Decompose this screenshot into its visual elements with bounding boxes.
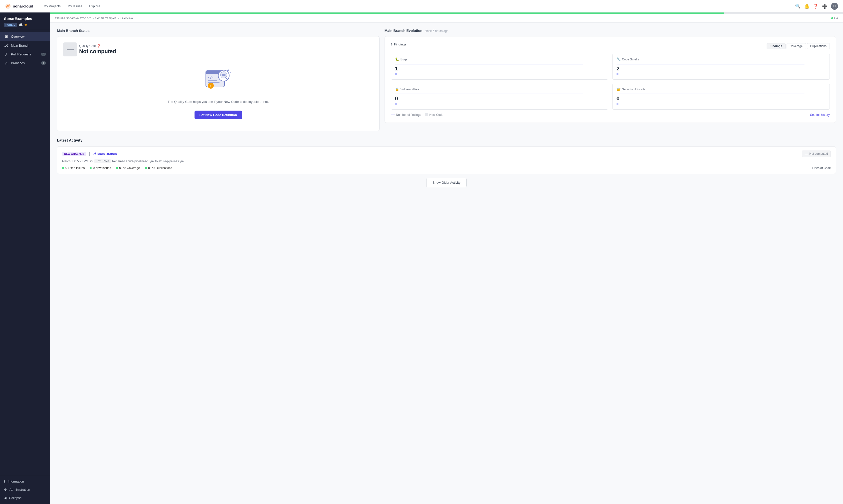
activity-meta: March 1 at 5:21 PM ⚙ 0cf66978 Renamed az…: [62, 159, 831, 163]
sidebar-item-overview[interactable]: ⊞ Overview: [0, 32, 50, 41]
qg-badge: —: [63, 42, 77, 56]
evolution-card: 3 Findings = Findings Coverage Duplicati…: [384, 36, 836, 123]
breadcrumb: Claudia Sonarova azdo org › SonarExample…: [50, 14, 843, 23]
info-icon: ℹ: [4, 480, 5, 483]
sidebar-item-information[interactable]: ℹ Information: [0, 477, 50, 486]
tab-findings[interactable]: Findings: [767, 43, 786, 49]
findings-label: Findings: [394, 42, 406, 46]
breadcrumb-sep-1: ›: [93, 17, 94, 20]
stat-duplications: 0.0% Duplications: [145, 166, 172, 170]
breadcrumb-current: Overview: [120, 17, 133, 20]
metric-vuln-bar: [395, 94, 583, 94]
stat-fixed-issues-label: 0 Fixed Issues: [66, 166, 85, 170]
equals-sign: =: [408, 42, 410, 46]
commit-icon: ⚙: [90, 159, 93, 163]
metric-security-hotspots: 🔐 Security Hotspots 0 =: [612, 84, 830, 110]
qg-label: Quality Gate ❓: [79, 44, 116, 48]
qg-status: Not computed: [79, 48, 116, 55]
sidebar: SonarExamples PUBLIC ☁️ ★ ⊞ Overview ⎇ M…: [0, 13, 50, 504]
coverage-dot: [116, 167, 118, 169]
branch-link[interactable]: ⎇ Main Branch: [92, 152, 117, 156]
grid-icon: ⊞: [4, 34, 8, 39]
qg-description: The Quality Gate helps you see if your N…: [167, 100, 269, 105]
nav-my-issues[interactable]: My Issues: [65, 3, 85, 10]
metric-code-smells: 🔧 Code Smells 2 =: [612, 54, 830, 79]
svg-text:!: !: [210, 84, 211, 88]
metric-hotspot-value: 0: [616, 95, 826, 102]
breadcrumb-org[interactable]: Claudia Sonarova azdo org: [55, 17, 91, 20]
sidebar-item-pull-requests[interactable]: ⤴ Pull Requests 0: [0, 50, 50, 59]
help-button[interactable]: ❓: [813, 3, 819, 9]
latest-activity: Latest Activity NEW ANALYSIS | ⎇ Main Br…: [57, 138, 836, 187]
not-computed-label: Not computed: [809, 152, 828, 156]
metric-vulnerabilities: 🔒 Vulnerabilities 0 =: [391, 84, 608, 110]
evolution-subtitle: since 5 hours ago: [425, 29, 448, 33]
see-full-history-link[interactable]: See full history: [810, 113, 830, 116]
sidebar-project: SonarExamples PUBLIC ☁️ ★: [0, 13, 50, 30]
nav-my-projects[interactable]: My Projects: [41, 3, 64, 10]
metric-bugs-equals: =: [395, 72, 604, 76]
stat-coverage-label: 0.0% Coverage: [119, 166, 140, 170]
pr-badge: 0: [41, 53, 46, 56]
quality-gate-card: — Quality Gate ❓ Not computed: [57, 36, 379, 131]
nav-explore[interactable]: Explore: [86, 3, 103, 10]
evolution-section: Main Branch Evolution since 5 hours ago …: [384, 29, 836, 131]
metric-bugs-label: Bugs: [400, 58, 407, 61]
latest-activity-title: Latest Activity: [57, 138, 836, 142]
branch-link-icon: ⎇: [92, 152, 96, 156]
lang-badge: C#: [831, 17, 838, 20]
commit-hash: 0cf66978: [94, 159, 111, 163]
lock-icon: 🔒: [395, 87, 399, 91]
main-branch-status-section: Main Branch Status — Quality Gate ❓ Not …: [57, 29, 379, 131]
gear-icon: ⚙: [4, 488, 7, 491]
fixed-issues-dot: [62, 167, 64, 169]
evolution-section-title: Main Branch Evolution since 5 hours ago: [384, 29, 836, 33]
star-icon[interactable]: ★: [24, 23, 28, 27]
new-analysis-badge: NEW ANALYSIS: [62, 152, 86, 156]
metric-bugs-bar: [395, 64, 583, 65]
breadcrumb-project[interactable]: SonarExamples: [95, 17, 116, 20]
lang-dot: [831, 17, 833, 19]
activity-card: NEW ANALYSIS | ⎇ Main Branch — Not compu…: [57, 146, 836, 174]
evolution-title-text: Main Branch Evolution: [384, 29, 423, 33]
sidebar-item-pull-requests-label: Pull Requests: [11, 52, 31, 56]
metric-vuln-label: Vulnerabilities: [400, 88, 419, 91]
findings-count: 3: [391, 42, 393, 46]
metric-code-smells-header: 🔧 Code Smells: [616, 57, 826, 61]
overview-grid: Main Branch Status — Quality Gate ❓ Not …: [57, 29, 836, 131]
collapse-icon: ◀: [4, 496, 6, 500]
dash-icon: —: [805, 152, 808, 156]
smell-icon: 🔧: [616, 57, 621, 61]
stat-duplications-label: 0.0% Duplications: [148, 166, 172, 170]
avatar[interactable]: U: [831, 3, 838, 10]
set-new-code-button[interactable]: Set New Code Definition: [195, 111, 242, 119]
svg-text:</>: </>: [208, 75, 213, 79]
public-badge: PUBLIC: [4, 23, 17, 27]
sidebar-item-overview-label: Overview: [11, 35, 24, 38]
sidebar-item-main-branch[interactable]: ⎇ Main Branch: [0, 41, 50, 50]
collapse-label: Collapse: [9, 496, 22, 500]
help-icon[interactable]: ❓: [97, 44, 101, 48]
notifications-button[interactable]: 🔔: [804, 3, 809, 9]
bug-icon: 🐛: [395, 57, 399, 61]
tab-coverage[interactable]: Coverage: [787, 43, 806, 49]
show-older-activity-button[interactable]: Show Older Activity: [426, 178, 467, 187]
lang-label: C#: [834, 17, 838, 20]
evolution-tabs: Findings Coverage Duplications: [767, 43, 830, 49]
app-body: SonarExamples PUBLIC ☁️ ★ ⊞ Overview ⎇ M…: [0, 13, 843, 504]
collapse-button[interactable]: ◀ Collapse: [0, 494, 50, 502]
logo-text: sonarcloud: [13, 4, 33, 8]
search-button[interactable]: 🔍: [795, 3, 801, 9]
sidebar-item-administration[interactable]: ⚙ Administration: [0, 486, 50, 494]
chart-legend: Number of findings New Code See full his…: [391, 113, 830, 116]
metric-bugs: 🐛 Bugs 1 =: [391, 54, 608, 79]
svg-point-10: [220, 72, 227, 78]
logo[interactable]: sonarcloud: [5, 3, 33, 9]
metric-hotspot-header: 🔐 Security Hotspots: [616, 87, 826, 91]
qg-label-area: Quality Gate ❓ Not computed: [79, 44, 116, 55]
tab-duplications[interactable]: Duplications: [807, 43, 830, 49]
add-button[interactable]: ➕: [822, 3, 827, 9]
sidebar-item-branches[interactable]: ⑃ Branches 1: [0, 59, 50, 67]
breadcrumb-sep-2: ›: [118, 17, 119, 20]
hotspot-icon: 🔐: [616, 87, 621, 91]
